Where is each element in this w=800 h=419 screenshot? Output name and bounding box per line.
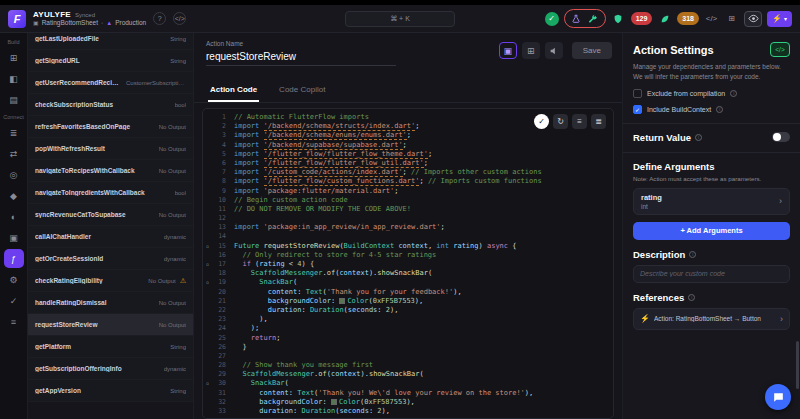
action-list-item[interactable]: getSignedURLString	[28, 50, 193, 72]
save-button[interactable]: Save	[572, 42, 612, 59]
code-line[interactable]: 22 duration: Duration(seconds: 2),	[203, 306, 613, 315]
action-list-item[interactable]: handleRatingDismissalNo Output	[28, 292, 193, 314]
action-list-item[interactable]: refreshFavoritesBasedOnPageNo Output	[28, 116, 193, 138]
speaker-icon[interactable]	[545, 42, 563, 59]
code-line[interactable]: 4import '/backend/supabase/supabase.dart…	[203, 141, 613, 150]
action-list-item[interactable]: popWithRefreshResultNo Output	[28, 138, 193, 160]
chat-fab-button[interactable]	[765, 384, 791, 410]
widget-grid-icon[interactable]: ⊞	[522, 42, 540, 59]
help-icon[interactable]: ?	[153, 12, 166, 25]
action-list-item[interactable]: getOrCreateSessionIddynamic	[28, 248, 193, 270]
sync-check-icon[interactable]: ✓	[545, 12, 559, 26]
format-code-button[interactable]: ≡	[572, 114, 587, 129]
compile-check-button[interactable]: ✓	[534, 114, 549, 129]
code-line[interactable]: 10// Begin custom action code	[203, 196, 613, 205]
code-line[interactable]: 21 backgroundColor: Color(0xFF5B7553),	[203, 297, 613, 306]
code-line[interactable]: 28 // Show thank you message first	[203, 361, 613, 370]
scrollbar-thumb[interactable]	[796, 341, 799, 389]
argument-item-rating[interactable]: rating int ›	[633, 188, 790, 215]
reference-item[interactable]: ⚡ Action: RatingBottomSheet → Button ›	[633, 308, 790, 330]
docs-icon[interactable]: ≡	[4, 312, 24, 331]
code-line[interactable]: 8import '/flutter_flow/custom_functions.…	[203, 177, 613, 186]
action-list-item[interactable]: getUserRecommendRecipesListViewItemCusto…	[28, 72, 193, 94]
code-line[interactable]: 25 return;	[203, 334, 613, 343]
code-line[interactable]: 31 content: Text('Thank you! We\'d love …	[203, 389, 613, 398]
code-line[interactable]: 9import 'package:flutter/material.dart';	[203, 187, 613, 196]
code-line[interactable]: 26 }	[203, 343, 613, 352]
code-line[interactable]: 23 ),	[203, 315, 613, 324]
code-line[interactable]: 12	[203, 214, 613, 223]
code-line[interactable]: 32 backgroundColor: Color(0xFF587553),	[203, 398, 613, 407]
code-line[interactable]: ▫15Future requestStoreReview(BuildContex…	[203, 242, 613, 251]
tests-icon[interactable]: ✓	[4, 291, 24, 310]
warnings-badge[interactable]: 318	[677, 12, 699, 25]
line-wrap-button[interactable]: ≣	[591, 114, 606, 129]
wrench-icon[interactable]	[586, 11, 601, 26]
action-list-item[interactable]: getPlatformString	[28, 336, 193, 358]
integrations-icon[interactable]: ◎	[4, 165, 24, 184]
breadcrumb[interactable]: ▣ RatingBottomSheet ◦ ▲ Production	[33, 19, 146, 27]
code-line[interactable]: 13import 'package:in_app_review/in_app_r…	[203, 223, 613, 232]
breadcrumb-page[interactable]: RatingBottomSheet	[42, 19, 98, 27]
code-line[interactable]: 16 // Only redirect to store for 4-5 sta…	[203, 251, 613, 260]
action-list-item[interactable]: callAIChatHandlerdynamic	[28, 226, 193, 248]
return-value-toggle[interactable]	[772, 132, 790, 142]
custom-code-icon[interactable]: ƒ	[4, 249, 24, 268]
run-app-button[interactable]: ⚡ ▾	[767, 11, 792, 27]
pages-icon[interactable]: ▤	[4, 90, 24, 109]
dashboard-icon[interactable]: ⊞	[4, 48, 24, 67]
code-line[interactable]: 5import '/flutter_flow/flutter_flow_them…	[203, 150, 613, 159]
tab-action-code[interactable]: Action Code	[208, 79, 259, 102]
action-list-item[interactable]: getLastUploadedFileString	[28, 33, 193, 50]
split-view-icon[interactable]: ▣	[499, 42, 517, 59]
action-list-item[interactable]: navigateToRecipesWithCallbackNo Output	[28, 160, 193, 182]
media-assets-icon[interactable]: ▣	[4, 228, 24, 247]
shield-check-icon[interactable]	[611, 11, 626, 26]
code-line[interactable]: 24 );	[203, 324, 613, 333]
action-list-item[interactable]: syncRevenueCatToSupabaseNo Output	[28, 204, 193, 226]
include-buildcontext-checkbox[interactable]: ✓	[633, 105, 642, 114]
code-line[interactable]: ▫30 SnackBar(	[203, 379, 613, 388]
action-list-item[interactable]: checkSubscriptionStatusbool	[28, 94, 193, 116]
code-line[interactable]: 7import '/custom_code/actions/index.dart…	[203, 168, 613, 177]
dev-mode-icon[interactable]: </>	[173, 12, 186, 25]
app-settings-icon[interactable]: ⚙	[4, 270, 24, 289]
exclude-compilation-checkbox[interactable]	[633, 89, 642, 98]
code-line[interactable]: 29 ScaffoldMessenger.of(context).showSna…	[203, 370, 613, 379]
description-input[interactable]	[633, 265, 790, 283]
code-line[interactable]: 6import '/flutter_flow/flutter_flow_util…	[203, 159, 613, 168]
test-flask-icon[interactable]	[569, 11, 584, 26]
preview-eye-icon[interactable]	[744, 11, 762, 27]
code-line[interactable]: 14	[203, 232, 613, 241]
tab-code-copilot[interactable]: Code Copilot	[277, 79, 327, 102]
code-line[interactable]: ▫19 SnackBar(	[203, 278, 613, 287]
database-icon[interactable]: ≣	[4, 123, 24, 142]
add-arguments-button[interactable]: + Add Arguments	[633, 222, 790, 240]
code-line[interactable]: 18 ScaffoldMessenger.of(context).showSna…	[203, 269, 613, 278]
view-code-icon[interactable]: </>	[704, 11, 719, 26]
api-calls-icon[interactable]: ⇄	[4, 144, 24, 163]
leaf-icon[interactable]	[657, 11, 672, 26]
action-list-item[interactable]: checkRatingEligibilityNo Output⚠	[28, 270, 193, 292]
ai-agents-icon[interactable]: ◆	[4, 186, 24, 205]
command-search[interactable]: ⌘ + K	[345, 11, 455, 27]
theme-icon[interactable]: ◐	[4, 207, 24, 226]
widget-palette-icon[interactable]: ◧	[4, 69, 24, 88]
action-list-item[interactable]: requestStoreReviewNo Output	[28, 314, 193, 336]
code-line[interactable]: 20 content: Text('Thank you for your fee…	[203, 288, 613, 297]
action-list-item[interactable]: getSubscriptionOfferingInfodynamic	[28, 358, 193, 380]
environment-selector[interactable]: Production	[115, 19, 146, 27]
code-line[interactable]: 27	[203, 352, 613, 361]
code-line[interactable]: 11// DO NOT REMOVE OR MODIFY THE CODE AB…	[203, 205, 613, 214]
code-editor[interactable]: ✓ ↻ ≡ ≣ 1// Automatic FlutterFlow import…	[202, 108, 614, 419]
code-line[interactable]: ▫17 if (rating < 4) {	[203, 260, 613, 269]
reset-code-button[interactable]: ↻	[553, 114, 568, 129]
flutterflow-logo[interactable]: F	[8, 10, 26, 28]
errors-badge[interactable]: 129	[631, 12, 653, 25]
open-code-icon[interactable]: </>	[770, 42, 790, 57]
action-name-input[interactable]	[206, 47, 396, 66]
grid-view-icon[interactable]: ⊞	[724, 11, 739, 26]
code-line[interactable]: 33 duration: Duration(seconds: 2),	[203, 407, 613, 416]
code-line[interactable]: 3import '/backend/schema/enums/enums.dar…	[203, 131, 613, 140]
action-list-item[interactable]: navigateToIngredientsWithCallbackbool	[28, 182, 193, 204]
